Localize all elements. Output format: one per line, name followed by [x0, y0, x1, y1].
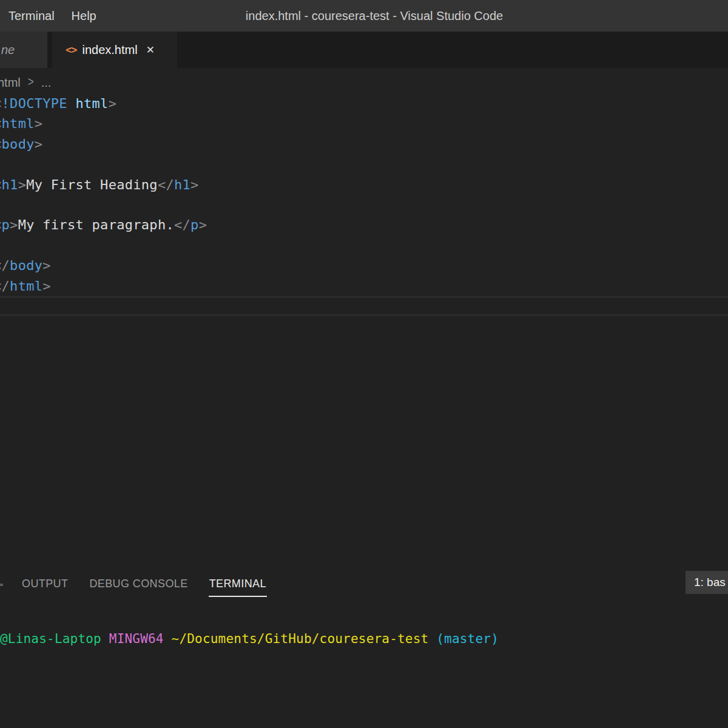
tab-partial[interactable]: ne: [0, 32, 47, 68]
code-token: </: [0, 278, 10, 294]
code-line: <html>: [0, 113, 207, 133]
code-line: </body>: [0, 255, 207, 275]
html-file-icon: <>: [66, 44, 76, 56]
code-token: </: [174, 217, 190, 232]
code-line: <body>: [0, 134, 207, 154]
code-token: body: [2, 136, 35, 152]
breadcrumb[interactable]: html > ...: [0, 73, 51, 92]
window-title: index.html - couresera-test - Visual Stu…: [246, 0, 503, 32]
breadcrumb-root[interactable]: html: [0, 76, 21, 90]
menu-item-terminal[interactable]: Terminal: [0, 0, 63, 32]
menu-item-help[interactable]: Help: [63, 0, 105, 32]
panel-tab-output[interactable]: OUTPUT: [21, 570, 69, 596]
terminal-prompt-segment: ~/Documents/GitHub/couresera-test: [164, 632, 429, 646]
code-token: >: [42, 258, 51, 273]
code-line: <p>My first paragraph.</p>: [0, 215, 207, 235]
code-token: My First Heading: [26, 177, 158, 192]
code-token: </: [0, 258, 10, 273]
panel-inner-divider: [0, 314, 728, 316]
editor-tab-bar: ne <> index.html ✕: [0, 32, 728, 68]
code-token: !DOCTYPE: [2, 96, 67, 111]
code-token: h1: [174, 177, 190, 192]
code-editor[interactable]: html > ... <!DOCTYPE html><html><body><h…: [0, 68, 728, 296]
code-line: [0, 235, 207, 255]
code-token: >: [190, 177, 199, 192]
code-token: p: [2, 217, 10, 232]
code-token: h1: [2, 177, 18, 192]
code-token: html: [2, 116, 35, 131]
tab-index-html[interactable]: <> index.html ✕: [52, 32, 177, 68]
code-token: p: [190, 217, 199, 232]
menu-bar: Terminal Help index.html - couresera-tes…: [0, 0, 728, 32]
terminal-prompt-segment: (master): [428, 632, 499, 646]
code-token: >: [35, 116, 43, 131]
terminal-prompt-segment: @Linas-Laptop: [0, 632, 101, 646]
close-tab-icon[interactable]: ✕: [146, 44, 155, 56]
code-token: [67, 96, 76, 111]
code-token: html: [75, 96, 108, 111]
code-line: [0, 195, 207, 215]
code-line: [0, 154, 207, 174]
code-line: <h1>My First Heading</h1>: [0, 175, 207, 195]
code-line: <!DOCTYPE html>: [0, 93, 207, 113]
terminal-prompt-segment: MINGW64: [101, 632, 164, 646]
terminal-shell-dropdown[interactable]: 1: bas: [686, 571, 728, 594]
vscode-window: Terminal Help index.html - couresera-tes…: [0, 0, 728, 728]
code-token: >: [35, 136, 43, 152]
terminal-prompt-line[interactable]: @Linas-Laptop MINGW64 ~/Documents/GitHub…: [0, 630, 499, 647]
chevron-right-icon: >: [28, 75, 34, 90]
breadcrumb-ellipsis[interactable]: ...: [41, 76, 52, 90]
code-content: <!DOCTYPE html><html><body><h1>My First …: [0, 93, 207, 296]
code-token: >: [18, 177, 27, 192]
panel-tab-debug-console[interactable]: DEBUG CONSOLE: [89, 570, 188, 596]
code-token: >: [42, 278, 51, 294]
tab-label: index.html: [82, 43, 137, 57]
code-token: My first paragraph.: [18, 217, 174, 232]
code-token: >: [199, 217, 207, 232]
code-token: >: [10, 217, 18, 232]
panel-tab-bar: OUTPUT DEBUG CONSOLE TERMINAL: [0, 570, 728, 601]
code-token: </: [158, 177, 174, 192]
code-token: >: [109, 96, 117, 111]
code-token: body: [10, 258, 42, 273]
code-token: html: [10, 278, 42, 294]
code-line: </html>: [0, 276, 207, 296]
panel-tab-terminal[interactable]: TERMINAL: [209, 570, 267, 597]
editor-panel-sash[interactable]: [0, 296, 728, 298]
